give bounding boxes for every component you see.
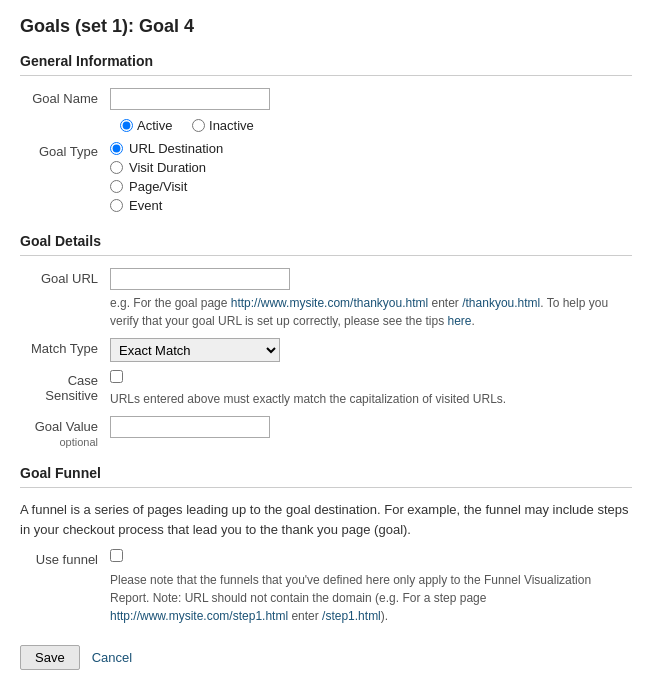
page-visit-text: Page/Visit [129, 179, 187, 194]
inactive-radio[interactable] [192, 119, 205, 132]
url-destination-label[interactable]: URL Destination [110, 141, 632, 156]
funnel-link1[interactable]: http://www.mysite.com/step1.html [110, 609, 288, 623]
goal-name-content [110, 88, 632, 110]
goal-value-input[interactable] [110, 416, 270, 438]
section-divider [20, 75, 632, 76]
event-radio[interactable] [110, 199, 123, 212]
goal-value-content [110, 416, 632, 438]
page-visit-label[interactable]: Page/Visit [110, 179, 632, 194]
goal-type-content: URL Destination Visit Duration Page/Visi… [110, 141, 632, 217]
use-funnel-row: Use funnel Please note that the funnels … [20, 549, 632, 625]
case-sensitive-hint: URLs entered above must exactly match th… [110, 390, 632, 408]
goal-funnel-divider [20, 487, 632, 488]
page-title: Goals (set 1): Goal 4 [20, 16, 632, 37]
case-sensitive-checkbox[interactable] [110, 370, 123, 383]
inactive-radio-label[interactable]: Inactive [192, 118, 254, 133]
use-funnel-label: Use funnel [20, 549, 110, 567]
active-label: Active [137, 118, 172, 133]
match-type-select-wrapper: Exact Match Head Match Regular Expressio… [110, 338, 632, 362]
goal-name-row: Goal Name [20, 88, 632, 110]
goal-type-group: URL Destination Visit Duration Page/Visi… [110, 141, 632, 213]
active-radio-label[interactable]: Active [120, 118, 172, 133]
hint-middle: enter [428, 296, 462, 310]
url-destination-text: URL Destination [129, 141, 223, 156]
goal-type-label: Goal Type [20, 141, 110, 159]
url-destination-radio[interactable] [110, 142, 123, 155]
goal-value-optional: optional [59, 436, 98, 448]
goal-funnel-heading: Goal Funnel [20, 465, 632, 481]
hint-before: e.g. For the goal page [110, 296, 231, 310]
cancel-link[interactable]: Cancel [92, 650, 132, 665]
event-text: Event [129, 198, 162, 213]
goal-funnel-section: Goal Funnel A funnel is a series of page… [20, 465, 632, 625]
goal-funnel-description: A funnel is a series of pages leading up… [20, 500, 632, 539]
match-type-label: Match Type [20, 338, 110, 356]
goal-url-hint: e.g. For the goal page http://www.mysite… [110, 294, 632, 330]
goal-url-row: Goal URL e.g. For the goal page http://w… [20, 268, 632, 330]
funnel-hint-end: ). [381, 609, 388, 623]
goal-value-label: Goal Value optional [20, 416, 110, 449]
case-sensitive-label: Case Sensitive [20, 370, 110, 403]
active-radio[interactable] [120, 119, 133, 132]
funnel-hint: Please note that the funnels that you've… [110, 571, 632, 625]
goal-url-label: Goal URL [20, 268, 110, 286]
goal-url-input[interactable] [110, 268, 290, 290]
funnel-hint-before: Please note that the funnels that you've… [110, 573, 591, 605]
general-information-heading: General Information [20, 53, 632, 69]
hint-here-link[interactable]: here [448, 314, 472, 328]
event-label[interactable]: Event [110, 198, 632, 213]
match-type-content: Exact Match Head Match Regular Expressio… [110, 338, 632, 362]
match-type-row: Match Type Exact Match Head Match Regula… [20, 338, 632, 362]
hint-link1[interactable]: http://www.mysite.com/thankyou.html [231, 296, 428, 310]
hint-end: . [472, 314, 475, 328]
goal-type-row: Goal Type URL Destination Visit Duration… [20, 141, 632, 217]
status-radio-group: Active Inactive [120, 118, 632, 135]
button-row: Save Cancel [20, 645, 632, 670]
inactive-label: Inactive [209, 118, 254, 133]
funnel-link2[interactable]: /step1.html [322, 609, 381, 623]
goal-value-row: Goal Value optional [20, 416, 632, 449]
visit-duration-radio[interactable] [110, 161, 123, 174]
visit-duration-label[interactable]: Visit Duration [110, 160, 632, 175]
use-funnel-content: Please note that the funnels that you've… [110, 549, 632, 625]
save-button[interactable]: Save [20, 645, 80, 670]
goal-details-divider [20, 255, 632, 256]
use-funnel-checkbox[interactable] [110, 549, 123, 562]
match-type-select[interactable]: Exact Match Head Match Regular Expressio… [110, 338, 280, 362]
page-visit-radio[interactable] [110, 180, 123, 193]
funnel-hint-middle: enter [288, 609, 322, 623]
goal-details-heading: Goal Details [20, 233, 632, 249]
case-sensitive-content: URLs entered above must exactly match th… [110, 370, 632, 408]
hint-link2[interactable]: /thankyou.html [462, 296, 540, 310]
goal-details-section: Goal Details Goal URL e.g. For the goal … [20, 233, 632, 449]
case-sensitive-row: Case Sensitive URLs entered above must e… [20, 370, 632, 408]
visit-duration-text: Visit Duration [129, 160, 206, 175]
goal-url-content: e.g. For the goal page http://www.mysite… [110, 268, 632, 330]
goal-name-input[interactable] [110, 88, 270, 110]
general-information-section: General Information Goal Name Active Ina… [20, 53, 632, 217]
goal-name-label: Goal Name [20, 88, 110, 106]
